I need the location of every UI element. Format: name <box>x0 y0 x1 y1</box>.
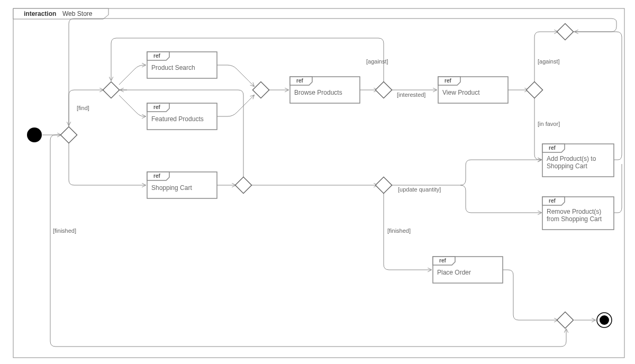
decision-after-view <box>526 81 542 98</box>
svg-rect-24 <box>557 312 573 328</box>
ref-product-search: ref Product Search <box>147 52 217 78</box>
svg-rect-6 <box>252 81 269 98</box>
merge-search-featured <box>252 81 269 98</box>
edge-add-mtop <box>575 32 622 160</box>
svg-rect-12 <box>526 81 542 98</box>
final-node <box>597 313 612 327</box>
ref-shopping-cart: ref Shopping Cart <box>147 172 217 198</box>
ref-featured-products-label: Featured Products <box>151 115 204 123</box>
edge-search-merge <box>217 65 254 86</box>
ref-browse-products: ref Browse Products <box>290 77 360 103</box>
guard-against-right: [against] <box>538 58 560 65</box>
ref-place-order: ref Place Order <box>433 257 503 283</box>
svg-rect-0 <box>60 126 77 143</box>
svg-rect-1 <box>103 81 119 98</box>
edge-dmain-finished <box>50 135 566 347</box>
edge-view-against <box>534 32 558 83</box>
decision-cart-2 <box>375 177 392 193</box>
edge-dfind-search <box>119 65 146 85</box>
frame-keyword: interaction <box>24 10 56 17</box>
ref-shopping-cart-label: Shopping Cart <box>151 184 192 192</box>
ref-product-search-label: Product Search <box>151 64 195 71</box>
guard-in-favor: [in favor] <box>538 121 560 127</box>
edge-dfind-featured <box>119 95 146 116</box>
decision-find <box>103 81 119 98</box>
ref-view-product-label: View Product <box>442 89 480 96</box>
edge-order-dend <box>503 270 558 320</box>
edge-dmain-cart <box>69 143 146 185</box>
svg-text:ref: ref <box>439 258 446 263</box>
svg-point-26 <box>600 315 609 325</box>
svg-text:ref: ref <box>444 78 451 84</box>
ref-view-product: ref View Product <box>438 77 508 103</box>
ref-remove-from-cart: ref Remove Product(s) from Shopping Cart <box>542 197 614 230</box>
guard-finished-mid: [finished] <box>387 228 411 234</box>
ref-featured-products: ref Featured Products <box>147 103 217 130</box>
ref-remove-from-cart-label: Remove Product(s) from Shopping Cart <box>547 208 603 223</box>
edge-d2-remove <box>460 185 541 213</box>
edge-remove-mtop <box>614 164 622 213</box>
svg-rect-9 <box>375 81 392 98</box>
ref-place-order-label: Place Order <box>437 269 471 276</box>
svg-rect-20 <box>235 177 251 193</box>
guard-find: [find] <box>77 105 89 111</box>
guard-interested: [interested] <box>397 92 425 98</box>
svg-rect-21 <box>375 177 392 193</box>
guard-against-top: [against] <box>366 58 388 65</box>
frame-name: Web Store <box>62 10 93 17</box>
decision-cart-1 <box>235 177 251 193</box>
frame-border <box>13 8 624 358</box>
interaction-overview-diagram: interaction Web Store [find] [against] [… <box>0 0 635 364</box>
edge-d2-add <box>392 160 541 185</box>
guard-update-quantity: [update quantity] <box>398 186 441 193</box>
svg-text:ref: ref <box>153 53 160 59</box>
merge-top <box>557 23 573 40</box>
initial-node <box>27 128 42 142</box>
decision-after-browse <box>375 81 392 98</box>
svg-text:ref: ref <box>296 78 303 84</box>
svg-rect-13 <box>557 23 573 40</box>
ref-add-to-cart: ref Add Product(s) to Shopping Cart <box>542 144 614 177</box>
decision-main <box>60 126 77 143</box>
ref-browse-products-label: Browse Products <box>294 89 342 96</box>
svg-text:ref: ref <box>549 145 556 151</box>
svg-text:ref: ref <box>153 173 160 179</box>
decision-end <box>557 312 573 328</box>
svg-text:ref: ref <box>153 104 160 110</box>
edge-featured-merge <box>217 95 254 116</box>
edge-view-add <box>534 97 541 160</box>
svg-text:ref: ref <box>549 198 556 204</box>
guard-finished-left: [finished] <box>53 228 76 234</box>
